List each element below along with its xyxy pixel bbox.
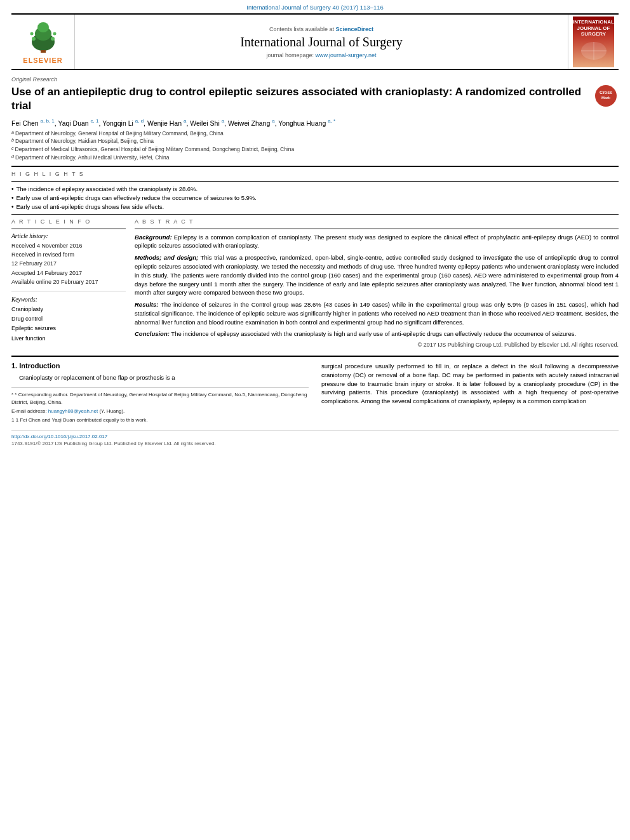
highlight-item-3: • Early use of anti-epileptic drugs show… — [11, 203, 619, 210]
keyword-liver: Liver function — [11, 334, 126, 343]
article-section: Original Research Use of an antiepilepti… — [11, 70, 619, 424]
footnote-corresponding: * * Corresponding author. Department of … — [11, 391, 309, 406]
keywords-label: Keywords: — [11, 297, 126, 303]
affiliation-a: a Department of Neurology, General Hospi… — [11, 130, 619, 138]
footnote-email-link[interactable]: huangyh88@yeah.net — [48, 408, 98, 414]
elsevier-logo: ELSEVIER — [11, 15, 75, 69]
divider-highlights-bottom — [11, 214, 619, 215]
highlight-item-1: • The incidence of epilepsy associated w… — [11, 185, 619, 192]
journal-header: ELSEVIER Contents lists available at Sci… — [11, 13, 619, 70]
intro-heading: 1. Introduction — [11, 362, 309, 370]
divider-highlights — [11, 181, 619, 182]
crossmark: Cross Mark — [593, 85, 619, 107]
journal-center: Contents lists available at ScienceDirec… — [75, 15, 568, 69]
affiliation-c: c Department of Medical Ultrasonics, Gen… — [11, 145, 619, 154]
footnote-equal: 1 1 Fei Chen and Yaqi Duan contributed e… — [11, 417, 309, 424]
cover-ijs-text: INTERNATIONALJOURNAL OFSURGERY — [573, 19, 614, 37]
divider-abstract — [135, 229, 619, 229]
affiliation-b: b Department of Neurology, Haidian Hospi… — [11, 137, 619, 145]
article-history-items: Received 4 November 2016 Received in rev… — [11, 241, 126, 287]
elsevier-text: ELSEVIER — [23, 57, 62, 64]
article-info-title: A R T I C L E I N F O — [11, 218, 126, 225]
svg-point-4 — [32, 37, 36, 41]
article-info-column: A R T I C L E I N F O Article history: R… — [11, 218, 126, 348]
journal-title: International Journal of Surgery — [240, 35, 403, 50]
svg-text:Mark: Mark — [601, 96, 611, 100]
intro-para-right: surgical procedure usually performed to … — [321, 362, 619, 406]
svg-point-6 — [30, 32, 33, 36]
footnote-1-icon: 1 — [11, 417, 16, 423]
intro-right-col: surgical procedure usually performed to … — [321, 362, 619, 424]
results-label: Results: — [135, 301, 158, 308]
footnotes-section: * * Corresponding author. Department of … — [11, 387, 309, 424]
citation-text: International Journal of Surgery 40 (201… — [246, 4, 383, 11]
divider-keywords — [11, 291, 126, 291]
highlight-item-2: • Early use of anti-epileptic drugs can … — [11, 194, 619, 201]
issn-line: 1743-9191/© 2017 IJS Publishing Group Lt… — [11, 441, 216, 446]
keyword-epileptic: Epileptic seizures — [11, 324, 126, 333]
copyright-line: © 2017 IJS Publishing Group Ltd. Publish… — [135, 342, 619, 348]
intro-left-col: 1. Introduction Cranioplasty or replacem… — [11, 362, 309, 424]
divider-article-info — [11, 229, 126, 229]
sciencedirect-line: Contents lists available at ScienceDirec… — [269, 26, 373, 32]
svg-point-7 — [53, 32, 56, 36]
background-label: Background: — [135, 234, 172, 241]
journal-homepage: journal homepage: www.journal-surgery.ne… — [267, 52, 377, 58]
intro-para-left: Cranioplasty or replacement of bone flap… — [11, 373, 309, 382]
svg-point-5 — [51, 37, 55, 41]
abstract-column: A B S T R A C T Background: Epilepsy is … — [135, 218, 619, 348]
abstract-title: A B S T R A C T — [135, 218, 619, 225]
bottom-left: http://dx.doi.org/10.1016/j.ijsu.2017.02… — [11, 434, 216, 446]
journal-cover-image: INTERNATIONALJOURNAL OFSURGERY — [573, 17, 614, 67]
svg-text:Cross: Cross — [600, 90, 612, 95]
divider-thick-1 — [11, 166, 619, 167]
abstract-results: Results: The incidence of seizures in th… — [135, 300, 619, 326]
highlights-section: H I G H L I G H T S • The incidence of e… — [11, 171, 619, 215]
methods-label: Methods; and design; — [135, 254, 198, 261]
authors-line: Fei Chen a, b, 1, Yaqi Duan c, 1, Yongqi… — [11, 118, 619, 127]
highlights-title: H I G H L I G H T S — [11, 171, 619, 177]
homepage-link[interactable]: www.journal-surgery.net — [316, 52, 377, 58]
main-content: Original Research Use of an antiepilepti… — [11, 70, 619, 424]
bullet-2: • — [11, 194, 14, 201]
article-type-label: Original Research — [11, 76, 619, 83]
elsevier-tree-icon — [24, 20, 62, 55]
journal-right-logo: INTERNATIONALJOURNAL OFSURGERY — [568, 15, 619, 69]
svg-rect-8 — [41, 50, 46, 53]
abstract-methods: Methods; and design; This trial was a pr… — [135, 253, 619, 297]
introduction-section: 1. Introduction Cranioplasty or replacem… — [11, 362, 619, 424]
affiliations: a Department of Neurology, General Hospi… — [11, 130, 619, 162]
svg-point-3 — [37, 22, 49, 32]
bottom-bar: http://dx.doi.org/10.1016/j.ijsu.2017.02… — [11, 430, 619, 446]
doi-link[interactable]: http://dx.doi.org/10.1016/j.ijsu.2017.02… — [11, 434, 216, 439]
article-title-row: Use of an antiepileptic drug to control … — [11, 85, 619, 113]
conclusion-label: Conclusion: — [135, 330, 170, 337]
cover-decorative-icon — [578, 39, 610, 62]
bullet-3: • — [11, 203, 14, 210]
abstract-conclusion: Conclusion: The incidence of epilepsy as… — [135, 330, 619, 338]
keyword-drug-control: Drug control — [11, 314, 126, 324]
article-title: Use of an antiepileptic drug to control … — [11, 85, 593, 113]
bullet-1: • — [11, 185, 14, 192]
section-divider — [11, 356, 619, 357]
footnote-email: E-mail address: huangyh88@yeah.net (Y. H… — [11, 408, 309, 415]
keyword-cranioplasty: Cranioplasty — [11, 305, 126, 314]
two-col-section: A R T I C L E I N F O Article history: R… — [11, 218, 619, 348]
page: International Journal of Surgery 40 (201… — [0, 0, 630, 840]
crossmark-icon: Cross Mark — [595, 85, 617, 107]
sciencedirect-link[interactable]: ScienceDirect — [336, 26, 374, 32]
article-history-label: Article history: — [11, 233, 126, 239]
affiliation-d: d Department of Neurology, Anhui Medical… — [11, 154, 619, 162]
abstract-background: Background: Epilepsy is a common complic… — [135, 233, 619, 251]
top-citation: International Journal of Surgery 40 (201… — [0, 0, 630, 13]
